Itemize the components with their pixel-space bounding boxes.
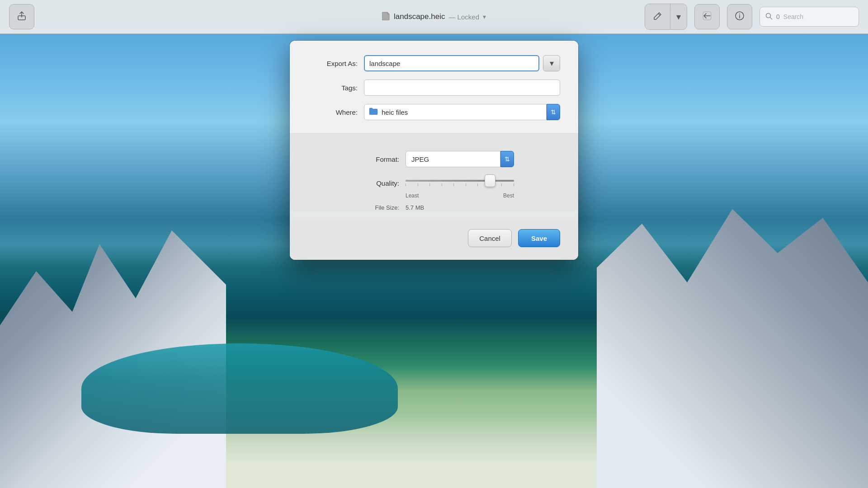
export-as-input[interactable] [364, 55, 539, 71]
save-button[interactable]: Save [518, 229, 560, 247]
tags-input[interactable] [364, 80, 560, 96]
format-arrow-button[interactable]: ⇅ [500, 151, 514, 167]
cancel-button[interactable]: Cancel [468, 229, 512, 247]
format-value: JPEG [411, 155, 429, 163]
slider-tick [442, 183, 442, 186]
slider-ticks [406, 182, 514, 186]
where-label: Where: [308, 108, 358, 116]
slider-thumb[interactable] [485, 174, 495, 187]
slider-tick [418, 183, 418, 186]
export-as-row: Export As: ▾ [308, 55, 560, 71]
where-select-display[interactable]: heic files [364, 104, 547, 120]
slider-filled [406, 180, 490, 182]
tags-label: Tags: [308, 84, 358, 92]
where-select-wrapper: heic files ⇅ [364, 104, 560, 120]
slider-labels-row: Least Best [308, 192, 560, 199]
folder-icon [369, 108, 378, 117]
expand-button[interactable]: ▾ [543, 55, 560, 71]
slider-tick [466, 183, 466, 186]
dialog-lower: Format: JPEG ⇅ Quality: [290, 133, 578, 211]
export-as-label: Export As: [308, 60, 358, 67]
filesize-row: File Size: 5.7 MB [308, 204, 560, 211]
tags-row: Tags: [308, 80, 560, 96]
chevron-down-icon: ▾ [550, 58, 554, 68]
slider-labels: Least Best [406, 192, 514, 199]
dialog-buttons: Cancel Save [290, 220, 578, 260]
where-value: heic files [382, 108, 408, 116]
quality-slider-container [406, 175, 514, 191]
filesize-label: File Size: [354, 204, 399, 211]
format-updown-icon: ⇅ [505, 155, 510, 163]
slider-tick [501, 183, 502, 186]
slider-tick [514, 183, 514, 186]
dialog-overlay: Export As: ▾ Tags: Where: [0, 0, 868, 488]
slider-tick [429, 183, 430, 186]
slider-tick [406, 183, 406, 186]
quality-least-label: Least [406, 192, 419, 199]
format-row: Format: JPEG ⇅ [308, 151, 560, 167]
quality-label: Quality: [354, 179, 399, 187]
dialog-upper: Export As: ▾ Tags: Where: [290, 41, 578, 133]
quality-row: Quality: [308, 175, 560, 191]
slider-tick [477, 183, 478, 186]
updown-arrow-icon: ⇅ [551, 109, 556, 115]
export-dialog: Export As: ▾ Tags: Where: [290, 41, 578, 260]
format-label: Format: [354, 155, 399, 163]
format-select-display[interactable]: JPEG [406, 151, 500, 167]
filesize-value: 5.7 MB [406, 204, 514, 211]
slider-track [406, 180, 514, 182]
format-select-wrapper: JPEG ⇅ [406, 151, 514, 167]
export-as-field-group: ▾ [364, 55, 560, 71]
quality-best-label: Best [503, 192, 514, 199]
where-arrow-button[interactable]: ⇅ [547, 104, 560, 120]
slider-tick [453, 183, 454, 186]
where-row: Where: heic files ⇅ [308, 104, 560, 120]
